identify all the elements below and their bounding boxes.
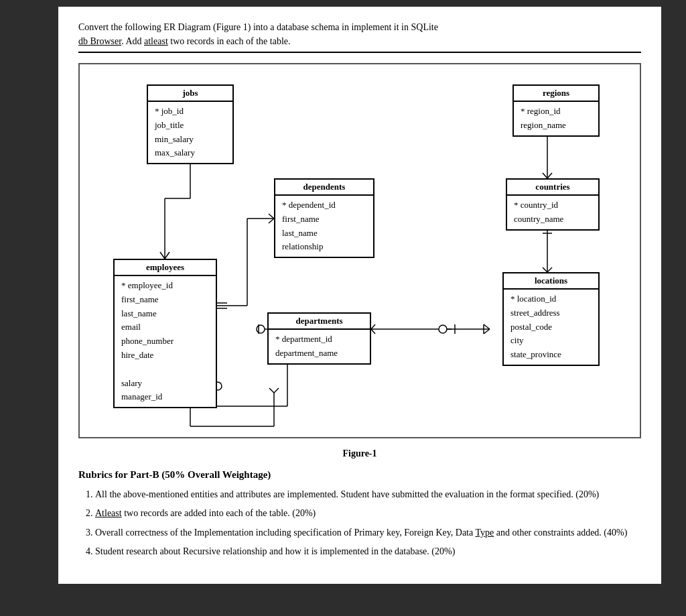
intro-text: Convert the following ER Diagram (Figure… <box>78 20 641 53</box>
locations-field-4: state_province <box>510 348 592 362</box>
locations-field-3: city <box>510 334 592 348</box>
rubric-item-2: Atleast two records are added into each … <box>95 506 641 521</box>
page-container: Convert the following ER Diagram (Figure… <box>58 7 661 584</box>
employees-divider <box>121 363 209 377</box>
rubric-item-1: All the above-mentioned entities and att… <box>95 487 641 502</box>
employees-field-4: phone_number <box>121 334 209 349</box>
countries-field-0: * country_id <box>514 198 592 212</box>
jobs-field-3: max_salary <box>155 146 226 160</box>
svg-line-34 <box>371 324 375 329</box>
dependents-field-0: * dependent_id <box>282 198 366 212</box>
svg-line-31 <box>274 388 279 393</box>
svg-line-13 <box>543 267 547 272</box>
rubric-item-4: Student research about Recursive relatio… <box>95 544 641 559</box>
svg-line-19 <box>269 219 274 223</box>
entity-jobs-body: * job_id job_title min_salary max_salary <box>148 102 232 163</box>
entity-countries-header: countries <box>507 180 598 196</box>
entity-regions-body: * region_id region_name <box>514 102 598 135</box>
entity-employees-header: employees <box>115 260 216 276</box>
svg-line-35 <box>371 329 375 334</box>
entity-departments: departments * department_id department_n… <box>267 312 371 365</box>
regions-field-1: region_name <box>521 119 592 133</box>
entity-countries-body: * country_id country_name <box>507 196 598 229</box>
jobs-field-1: job_title <box>155 119 226 133</box>
svg-line-3 <box>160 252 165 259</box>
jobs-field-0: * job_id <box>155 105 226 119</box>
er-diagram: jobs * job_id job_title min_salary max_s… <box>78 63 641 438</box>
entity-dependents-header: dependents <box>275 180 373 196</box>
entity-locations-header: locations <box>504 273 598 290</box>
employees-field-2: last_name <box>121 307 209 321</box>
intro-line2: db Browser. Add atleast two records in e… <box>78 36 291 46</box>
entity-dependents: dependents * dependent_id first_name las… <box>274 178 374 258</box>
svg-line-30 <box>269 388 274 393</box>
entity-regions: regions * region_id region_name <box>512 84 600 137</box>
dependents-field-1: first_name <box>282 212 366 227</box>
entity-dependents-body: * dependent_id first_name last_name rela… <box>275 196 373 257</box>
entity-jobs: jobs * job_id job_title min_salary max_s… <box>147 84 234 164</box>
employees-field-7: manager_id <box>121 390 209 404</box>
svg-point-42 <box>439 325 447 333</box>
employees-field-0: * employee_id <box>121 279 209 293</box>
entity-countries: countries * country_id country_name <box>506 178 600 231</box>
svg-line-9 <box>543 173 547 178</box>
rubrics-list: All the above-mentioned entities and att… <box>78 487 641 560</box>
entity-locations: locations * location_id street_address p… <box>502 272 600 366</box>
employees-field-6: salary <box>121 377 209 391</box>
locations-field-0: * location_id <box>510 292 592 306</box>
intro-line1: Convert the following ER Diagram (Figure… <box>78 22 438 32</box>
rubric-item-3: Overall correctness of the Implementatio… <box>95 526 641 540</box>
countries-field-1: country_name <box>514 212 592 227</box>
figure-caption: Figure-1 <box>78 448 641 459</box>
entity-departments-header: departments <box>269 314 370 330</box>
entity-employees: employees * employee_id first_name last_… <box>113 259 217 408</box>
dependents-field-2: last_name <box>282 227 366 241</box>
entity-departments-body: * department_id department_name <box>269 330 370 363</box>
locations-field-1: street_address <box>510 306 592 320</box>
entity-jobs-header: jobs <box>148 86 232 102</box>
departments-field-1: department_name <box>275 347 363 361</box>
employees-field-1: first_name <box>121 293 209 307</box>
employees-field-5: hire_date <box>121 349 209 363</box>
employees-field-3: email <box>121 320 209 334</box>
intro-underline: db Browser <box>78 36 121 46</box>
svg-line-14 <box>547 267 552 272</box>
svg-line-38 <box>484 329 490 334</box>
svg-line-10 <box>547 173 552 178</box>
svg-line-37 <box>484 324 490 329</box>
entity-locations-body: * location_id street_address postal_code… <box>504 290 598 365</box>
rubrics-title: Rubrics for Part-B (50% Overall Weightag… <box>78 469 641 481</box>
jobs-field-2: min_salary <box>155 133 226 147</box>
entity-regions-header: regions <box>514 86 598 102</box>
svg-point-39 <box>257 325 265 333</box>
entity-employees-body: * employee_id first_name last_name email… <box>115 276 216 407</box>
svg-line-18 <box>269 214 274 219</box>
dependents-field-3: relationship <box>282 240 366 254</box>
locations-field-2: postal_code <box>510 320 592 334</box>
regions-field-0: * region_id <box>521 105 592 119</box>
svg-line-4 <box>165 252 169 259</box>
departments-field-0: * department_id <box>275 332 363 347</box>
